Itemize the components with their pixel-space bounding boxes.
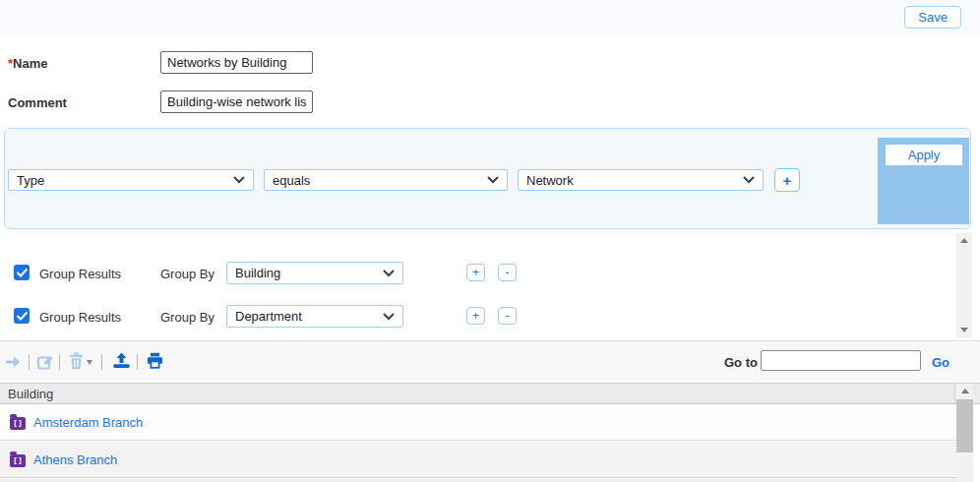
toolbar-separator [29, 354, 30, 370]
add-group-button[interactable]: + [466, 307, 485, 325]
toolbar-separator [137, 354, 138, 370]
group-results-checkbox[interactable] [14, 308, 30, 324]
name-label: *Name [8, 56, 47, 71]
column-header-building[interactable]: Building [8, 387, 53, 401]
filter-field-value: Type [17, 173, 44, 188]
comment-input[interactable] [160, 90, 313, 113]
forward-arrow-icon[interactable] [4, 354, 24, 370]
delete-icon[interactable] [69, 352, 84, 370]
building-group-icon [10, 454, 26, 467]
scrollbar-thumb[interactable] [956, 399, 973, 452]
toolbar-separator [101, 354, 102, 370]
header-column-divider [954, 384, 955, 403]
group-by-label: Group By [160, 310, 214, 325]
check-icon [17, 312, 28, 321]
group-by-value: Building [235, 266, 280, 280]
top-bar [0, 0, 980, 34]
add-group-button[interactable]: + [466, 264, 485, 281]
building-group-icon [10, 417, 26, 430]
chevron-down-icon [383, 313, 395, 321]
view-builder-screen: Save *Name Comment Type equals Network +… [0, 0, 980, 482]
grouping-scrollbar[interactable] [956, 233, 972, 337]
filter-operator-select[interactable]: equals [264, 169, 508, 191]
group-by-value: Department [235, 309, 302, 324]
scroll-up-arrow-icon[interactable] [961, 389, 969, 393]
name-label-text: Name [13, 56, 47, 71]
save-button[interactable]: Save [904, 6, 961, 29]
scroll-up-arrow-icon[interactable] [960, 238, 968, 243]
chevron-down-icon [743, 176, 755, 184]
toolbar-separator [59, 354, 60, 370]
check-icon [17, 269, 28, 277]
print-icon[interactable] [147, 352, 163, 369]
group-by-label: Group By [160, 267, 214, 281]
export-icon[interactable] [112, 352, 131, 369]
group-results-checkbox[interactable] [14, 265, 30, 280]
group-by-select[interactable]: Department [226, 305, 403, 328]
building-link[interactable]: Amsterdam Branch [33, 415, 143, 430]
table-row[interactable]: Athens Branch [0, 442, 956, 478]
group-results-label: Group Results [39, 310, 121, 325]
delete-dropdown-caret-icon[interactable] [87, 360, 92, 365]
filter-operator-value: equals [273, 173, 310, 188]
chevron-down-icon [487, 176, 499, 184]
group-by-select[interactable]: Building [226, 262, 403, 284]
name-input[interactable] [160, 51, 313, 74]
table-scrollbar[interactable] [956, 384, 973, 482]
scroll-down-arrow-icon[interactable] [960, 328, 968, 332]
goto-label: Go to [724, 355, 758, 370]
filter-field-select[interactable]: Type [8, 169, 254, 191]
remove-group-button[interactable]: - [498, 307, 517, 325]
table-row[interactable]: Amsterdam Branch [0, 404, 956, 441]
group-results-label: Group Results [39, 267, 121, 281]
apply-button[interactable]: Apply [886, 145, 962, 165]
chevron-down-icon [383, 270, 395, 277]
filter-value-select[interactable]: Network [518, 169, 764, 191]
remove-group-button[interactable]: - [498, 264, 517, 281]
table-header-row: Building [0, 383, 980, 404]
edit-icon[interactable] [36, 353, 54, 371]
goto-input[interactable] [761, 350, 921, 371]
building-link[interactable]: Athens Branch [33, 452, 117, 467]
add-criteria-button[interactable]: + [774, 168, 800, 192]
go-button[interactable]: Go [932, 355, 949, 370]
chevron-down-icon [233, 176, 245, 184]
comment-label: Comment [8, 95, 67, 110]
filter-value-value: Network [526, 173, 574, 188]
